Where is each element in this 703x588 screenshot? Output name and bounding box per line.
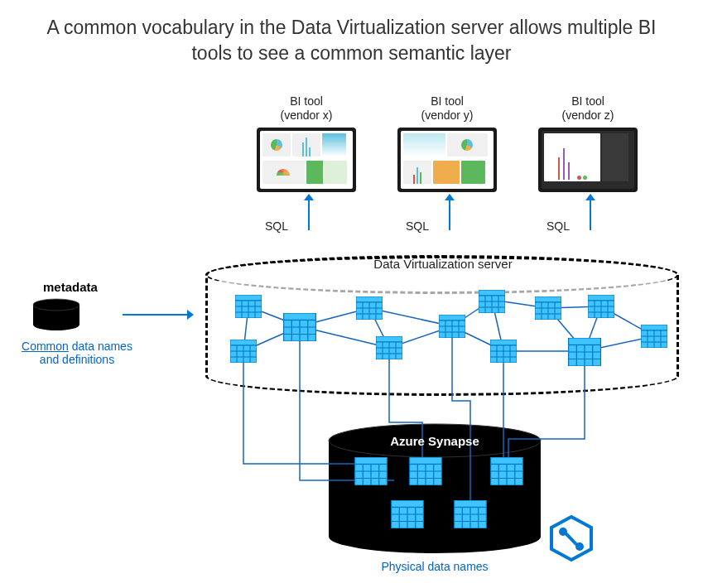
virtual-table-icon bbox=[535, 296, 561, 320]
virtual-table-icon bbox=[356, 296, 383, 320]
physical-table-icon bbox=[409, 457, 442, 485]
virtual-table-icon bbox=[230, 340, 257, 363]
virtual-table-icon bbox=[641, 325, 667, 348]
dv-server-label: Data Virtualization server bbox=[348, 257, 538, 271]
virtual-table-icon bbox=[235, 295, 262, 318]
physical-table-icon bbox=[354, 457, 388, 485]
virtual-table-icon bbox=[439, 315, 465, 338]
network-connectors bbox=[0, 0, 703, 588]
virtual-table-icon bbox=[568, 338, 601, 366]
virtual-table-icon bbox=[490, 340, 517, 363]
physical-table-icon bbox=[490, 457, 523, 485]
virtual-table-icon bbox=[479, 290, 505, 313]
physical-table-icon bbox=[454, 500, 487, 528]
virtual-table-icon bbox=[588, 295, 614, 318]
virtual-table-icon bbox=[376, 336, 402, 359]
virtual-table-icon bbox=[283, 313, 316, 341]
physical-table-icon bbox=[391, 500, 424, 528]
synapse-label: Azure Synapse bbox=[327, 434, 542, 448]
